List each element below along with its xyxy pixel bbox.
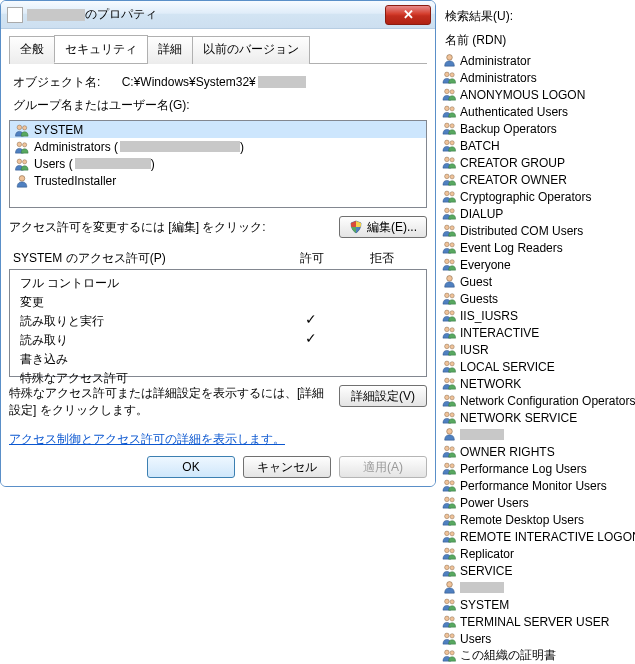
allow-mark: [276, 351, 346, 368]
tab-3[interactable]: 以前のバージョン: [192, 36, 310, 64]
deny-mark: [346, 351, 416, 368]
result-row[interactable]: NETWORK: [439, 375, 635, 392]
result-row[interactable]: Event Log Readers: [439, 239, 635, 256]
result-row[interactable]: Guest: [439, 273, 635, 290]
result-row[interactable]: IIS_IUSRS: [439, 307, 635, 324]
result-name: Guests: [460, 292, 498, 306]
result-row[interactable]: Cryptographic Operators: [439, 188, 635, 205]
result-row[interactable]: INTERACTIVE: [439, 324, 635, 341]
result-row[interactable]: OWNER RIGHTS: [439, 443, 635, 460]
principal-name: Administrators (: [34, 140, 118, 154]
result-row[interactable]: Everyone: [439, 256, 635, 273]
principal-row[interactable]: Administrators (): [10, 138, 426, 155]
result-row[interactable]: REMOTE INTERACTIVE LOGON: [439, 528, 635, 545]
group-icon: [441, 614, 458, 630]
group-icon: [441, 359, 458, 375]
result-row[interactable]: Administrator: [439, 52, 635, 69]
result-name: Guest: [460, 275, 492, 289]
result-row[interactable]: Guests: [439, 290, 635, 307]
result-row[interactable]: [439, 426, 635, 443]
titlebar[interactable]: のプロパティ ✕: [1, 1, 435, 29]
user-icon: [14, 174, 30, 188]
result-row[interactable]: Authenticated Users: [439, 103, 635, 120]
permission-name: 読み取り: [20, 332, 276, 349]
principal-row[interactable]: Users (): [10, 155, 426, 172]
ok-button[interactable]: OK: [147, 456, 235, 478]
group-icon: [441, 325, 458, 341]
principals-list[interactable]: SYSTEMAdministrators ()Users ()TrustedIn…: [9, 120, 427, 208]
group-icon: [441, 461, 458, 477]
principal-row[interactable]: SYSTEM: [10, 121, 426, 138]
group-icon: [441, 376, 458, 392]
object-name-label: オブジェクト名:: [13, 74, 100, 91]
apply-button: 適用(A): [339, 456, 427, 478]
allow-column-header: 許可: [277, 250, 347, 267]
result-row[interactable]: Remote Desktop Users: [439, 511, 635, 528]
permission-name: 変更: [20, 294, 276, 311]
result-row[interactable]: この組織の証明書: [439, 647, 635, 664]
result-row[interactable]: ANONYMOUS LOGON: [439, 86, 635, 103]
help-link[interactable]: アクセス制御とアクセス許可の詳細を表示します。: [9, 431, 285, 448]
properties-dialog: のプロパティ ✕ 全般セキュリティ詳細以前のバージョン オブジェクト名: C:¥…: [0, 0, 436, 487]
groups-label: グループ名またはユーザー名(G):: [13, 98, 190, 112]
result-row[interactable]: Power Users: [439, 494, 635, 511]
result-name: Distributed COM Users: [460, 224, 583, 238]
name-column-header[interactable]: 名前 (RDN): [439, 29, 635, 52]
result-row[interactable]: Backup Operators: [439, 120, 635, 137]
result-row[interactable]: SYSTEM: [439, 596, 635, 613]
result-row[interactable]: IUSR: [439, 341, 635, 358]
result-row[interactable]: SERVICE: [439, 562, 635, 579]
group-icon: [441, 70, 458, 86]
result-row[interactable]: Performance Monitor Users: [439, 477, 635, 494]
result-row[interactable]: Users: [439, 630, 635, 647]
tab-0[interactable]: 全般: [9, 36, 55, 64]
user-icon: [441, 53, 458, 69]
tab-1[interactable]: セキュリティ: [54, 35, 148, 63]
redacted-filename: [258, 76, 306, 88]
cancel-button[interactable]: キャンセル: [243, 456, 331, 478]
close-button[interactable]: ✕: [385, 5, 431, 25]
result-row[interactable]: Administrators: [439, 69, 635, 86]
result-row[interactable]: Network Configuration Operators: [439, 392, 635, 409]
group-icon: [441, 172, 458, 188]
group-icon: [441, 444, 458, 460]
redacted-text: [75, 158, 151, 169]
result-name: CREATOR OWNER: [460, 173, 567, 187]
result-name: Replicator: [460, 547, 514, 561]
result-name: Event Log Readers: [460, 241, 563, 255]
result-row[interactable]: CREATOR OWNER: [439, 171, 635, 188]
result-name: LOCAL SERVICE: [460, 360, 555, 374]
result-row[interactable]: CREATOR GROUP: [439, 154, 635, 171]
group-icon: [441, 87, 458, 103]
result-row[interactable]: LOCAL SERVICE: [439, 358, 635, 375]
result-row[interactable]: Distributed COM Users: [439, 222, 635, 239]
principal-name: SYSTEM: [34, 123, 83, 137]
principal-row[interactable]: TrustedInstaller: [10, 172, 426, 189]
edit-button[interactable]: 編集(E)...: [339, 216, 427, 238]
result-row[interactable]: BATCH: [439, 137, 635, 154]
result-name: SYSTEM: [460, 598, 509, 612]
result-name: Everyone: [460, 258, 511, 272]
result-row[interactable]: DIALUP: [439, 205, 635, 222]
redacted-text: [460, 429, 504, 440]
result-name: Users: [460, 632, 491, 646]
results-list[interactable]: AdministratorAdministratorsANONYMOUS LOG…: [439, 52, 635, 664]
advanced-button[interactable]: 詳細設定(V): [339, 385, 427, 407]
group-icon: [441, 206, 458, 222]
result-row[interactable]: NETWORK SERVICE: [439, 409, 635, 426]
object-path-value: C:¥Windows¥System32¥: [122, 75, 306, 89]
result-row[interactable]: Replicator: [439, 545, 635, 562]
group-icon: [441, 155, 458, 171]
deny-column-header: 拒否: [347, 250, 417, 267]
permission-name: 書き込み: [20, 351, 276, 368]
tab-2[interactable]: 詳細: [147, 36, 193, 64]
result-row[interactable]: [439, 579, 635, 596]
result-row[interactable]: Performance Log Users: [439, 460, 635, 477]
group-icon: [441, 512, 458, 528]
result-name: この組織の証明書: [460, 647, 556, 664]
result-name: Power Users: [460, 496, 529, 510]
result-name: IUSR: [460, 343, 489, 357]
permission-row: フル コントロール: [10, 274, 426, 293]
result-row[interactable]: TERMINAL SERVER USER: [439, 613, 635, 630]
redacted-text: [460, 582, 504, 593]
